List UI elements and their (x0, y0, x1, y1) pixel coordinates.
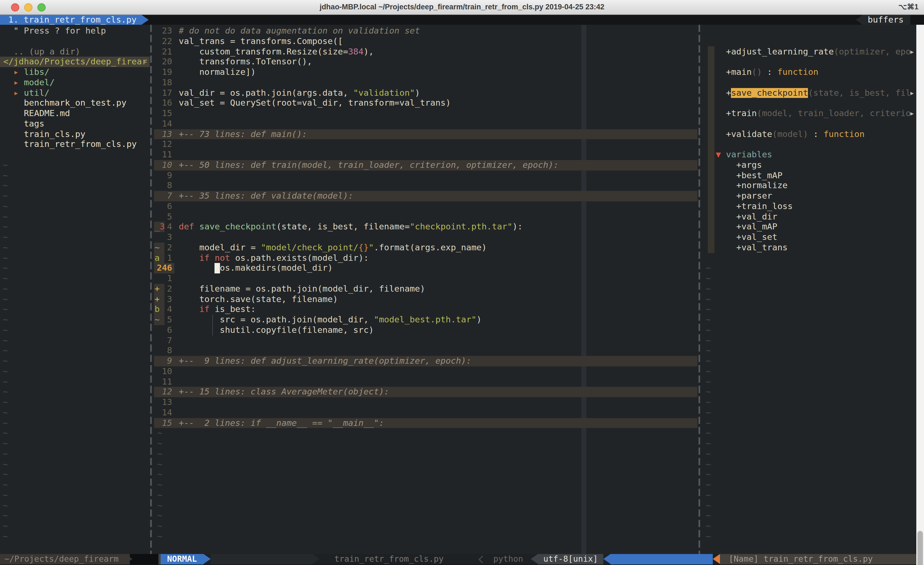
window-separator-left[interactable] (150, 25, 152, 554)
tilde: ~ (3, 449, 8, 459)
menubar: jdhao-MBP.local ~/Projects/deep_firearm/… (0, 0, 924, 15)
buffers-label[interactable]: buffers (855, 15, 910, 25)
code-line[interactable]: 11 (154, 150, 698, 160)
tree-item[interactable]: train_retr_from_cls.py (0, 140, 150, 150)
empty-line: ~ (154, 428, 698, 439)
code-line[interactable]: +3 torch.save(state, filename) (154, 294, 698, 305)
code-line[interactable]: 10 (154, 367, 698, 377)
tree-item[interactable]: .. (up a dir) (0, 47, 150, 57)
code-line[interactable]: 14 (154, 408, 698, 418)
tag-item[interactable]: +val_set (703, 232, 916, 243)
empty-line: ~ (703, 356, 916, 367)
scrollbar-thumb[interactable] (917, 531, 923, 565)
tree-item[interactable]: train_cls.py (0, 129, 150, 140)
line-number: 16 (154, 98, 172, 109)
tilde: ~ (157, 500, 162, 511)
code-line[interactable]: 13 (154, 397, 698, 408)
tilde: ~ (706, 294, 711, 305)
code-line[interactable]: 9 (154, 170, 698, 181)
code-line[interactable]: 246 os.makedirs(model_dir) (154, 263, 698, 274)
fold-line[interactable]: 10+-- 50 lines: def train(model, train_l… (154, 160, 698, 171)
code-line[interactable]: 16val_set = QuerySet(root=val_dir, trans… (154, 98, 698, 109)
empty-line: ~ (0, 470, 150, 480)
code-line[interactable]: 20 transforms.ToTensor(), (154, 57, 698, 68)
tag-item[interactable]: +val_dir (703, 212, 916, 222)
empty-line: ~ (154, 439, 698, 449)
code-line[interactable]: 6 (154, 201, 698, 212)
code-line[interactable]: 5 (154, 212, 698, 222)
tilde: ~ (3, 253, 8, 263)
tag-item[interactable]: ▼ variables (703, 150, 916, 160)
tag-item (703, 36, 916, 47)
code-line[interactable]: 6 shutil.copyfile(filename, src) (154, 325, 698, 336)
fold-line[interactable]: 15+-- 2 lines: if __name__ == "__main__"… (154, 418, 698, 428)
tag-item[interactable]: +validate(model) : function (703, 129, 916, 140)
fold-line[interactable]: 9+-- 9 lines: def adjust_learning_rate(o… (154, 356, 698, 367)
code-line[interactable]: b4 if is_best: (154, 305, 698, 315)
code-line[interactable]: 22val_trans = transforms.Compose([ (154, 36, 698, 47)
code-line[interactable]: a1 if not os.path.exists(model_dir): (154, 253, 698, 263)
tree-item[interactable]: " Press ? for help (0, 26, 150, 36)
empty-line: ~ (703, 480, 916, 490)
fold-line[interactable]: 13+-- 73 lines: def main(): (154, 129, 698, 140)
code-line[interactable]: 8 (154, 181, 698, 191)
code-line[interactable]: 21 custom_transform.Resize(size=384), (154, 47, 698, 57)
code-line[interactable]: 8 (154, 346, 698, 356)
tag-item[interactable]: +main() : function (703, 67, 916, 78)
tree-item[interactable]: ▸ util/ (0, 88, 150, 98)
line-number: 10 (154, 367, 172, 377)
code-line[interactable]: 7 (154, 335, 698, 346)
tree-item[interactable]: README.md (0, 108, 150, 119)
tag-item[interactable]: +train(model, train_loader, criterio▸ (703, 108, 916, 119)
tilde: ~ (3, 511, 8, 521)
code-line[interactable]: 11 (154, 377, 698, 387)
tree-item[interactable]: </jdhao/Projects/deep_firear▸ (0, 57, 150, 68)
tag-item[interactable]: +val_mAP (703, 222, 916, 233)
tree-item[interactable]: benchmark_on_test.py (0, 98, 150, 109)
tab-train-retr-from-cls[interactable]: 1. train_retr_from_cls.py (0, 15, 149, 25)
line-number: 15 (154, 108, 172, 119)
tilde: ~ (3, 263, 8, 274)
code-line[interactable]: 23# do not do data augmentation on valid… (154, 26, 698, 36)
tree-item[interactable]: ▸ model/ (0, 78, 150, 88)
tilde: ~ (3, 500, 8, 511)
code-line[interactable]: ~2 model_dir = "model/check_point/{}".fo… (154, 243, 698, 253)
code-line[interactable]: 12 (154, 140, 698, 150)
code-line[interactable]: 14 (154, 119, 698, 129)
keyboard-shortcut-indicator: ⌥⌘1 (898, 0, 918, 14)
tag-item[interactable]: +train_loss (703, 201, 916, 212)
scrollbar[interactable] (916, 25, 924, 565)
tilde: ~ (706, 408, 711, 418)
code-line[interactable]: 1 (154, 273, 698, 284)
tilde: ~ (706, 284, 711, 295)
code-line[interactable]: +2 filename = os.path.join(model_dir, fi… (154, 284, 698, 295)
tilde: ~ (3, 273, 8, 284)
empty-line: ~ (0, 315, 150, 325)
fold-line[interactable]: 12+-- 15 lines: class AverageMeter(objec… (154, 387, 698, 397)
empty-line: ~ (703, 325, 916, 336)
tag-item[interactable]: +adjust_learning_rate(optimizer, epo▸ (703, 47, 916, 57)
tag-item[interactable]: +val_trans (703, 243, 916, 253)
code-line[interactable]: _34def save_checkpoint(state, is_best, f… (154, 222, 698, 233)
fold-line[interactable]: 7+-- 35 lines: def validate(model): (154, 191, 698, 201)
line-number: 18 (154, 78, 172, 88)
tree-item[interactable]: tags (0, 119, 150, 129)
code-line[interactable]: ~5 src = os.path.join(model_dir, "model_… (154, 315, 698, 325)
empty-line: ~ (154, 500, 698, 511)
tag-item[interactable]: +parser (703, 191, 916, 201)
empty-line: ~ (703, 511, 916, 521)
code-line[interactable]: 19 normalize]) (154, 67, 698, 78)
code-line[interactable]: 15 (154, 108, 698, 119)
code-line[interactable]: 18 (154, 78, 698, 88)
window-separator-right[interactable] (699, 25, 700, 554)
tilde: ~ (3, 284, 8, 295)
tag-item[interactable]: +save_checkpoint(state, is_best, fil▸ (703, 88, 916, 98)
powerline-thin-chevron (478, 555, 486, 563)
tag-item[interactable]: +args (703, 160, 916, 171)
code-line[interactable]: 3 (154, 232, 698, 243)
tag-item[interactable]: +best_mAP (703, 170, 916, 181)
tag-item[interactable]: +normalize (703, 181, 916, 191)
code-line[interactable]: 17val_dir = os.path.join(args.data, "val… (154, 88, 698, 98)
tree-item[interactable]: ▸ libs/ (0, 67, 150, 78)
code-window: 23# do not do data augmentation on valid… (154, 25, 698, 554)
